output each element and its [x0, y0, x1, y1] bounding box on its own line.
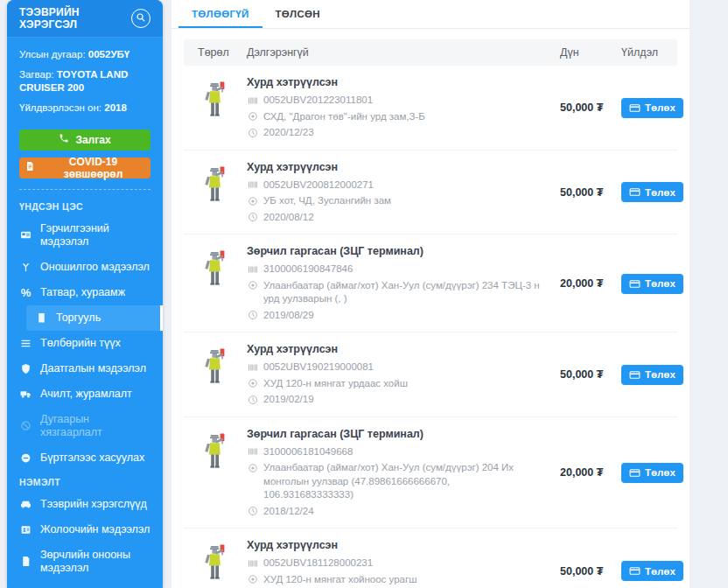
fine-location: Улаанбаатар (аймаг/хот) Хан-Уул (сум/дүү… [263, 279, 542, 306]
col-type: Төрөл [184, 46, 247, 59]
fine-details: Хурд хэтрүүлсэн 0052UBV201223011801 СХД,… [247, 74, 551, 143]
fine-amount: 50,000 ₮ [551, 74, 609, 143]
fine-title: Хурд хэтрүүлсэн [247, 76, 551, 88]
fine-code-line: 0052UBV181128000231 [247, 556, 551, 570]
fine-type-cell [184, 340, 247, 410]
fine-location: ХУД 120-н мянгат хойноос урагш [263, 573, 416, 587]
fine-amount: 50,000 ₮ [551, 158, 609, 228]
fine-date-line: 2019/08/29 [247, 309, 551, 323]
credit-card-icon [629, 369, 640, 381]
sidebar-item-diagnostic-info[interactable]: Оношилгоо мэдээлэл [7, 255, 163, 280]
fine-row: Зөрчил гаргасан (ЗЦГ терминал) 310000619… [184, 234, 677, 332]
car-icon [19, 498, 32, 511]
sidebar-item-number-restriction[interactable]: Дугаарын хязгаарлалт [7, 407, 163, 445]
pay-button[interactable]: Төлөх [621, 463, 683, 483]
credit-card-icon [629, 186, 640, 198]
sidebar-item-tax-fees[interactable]: %Татвар, хураамж [7, 280, 163, 305]
sidebar-item-vehicles[interactable]: Тээврийн хэрэгслүүд [7, 492, 163, 517]
sidebar-section-header: НЭМЭЛТ [7, 471, 163, 492]
pay-button-label: Төлөх [645, 369, 676, 380]
id-card-icon [19, 228, 32, 242]
fine-date-line: 2020/08/12 [247, 211, 551, 225]
fine-code: 0052UBV200812000271 [263, 178, 374, 192]
shield-icon [19, 362, 32, 375]
sidebar-item-label: Дугаарын хязгаарлалт [40, 413, 150, 439]
truck-icon [19, 388, 32, 401]
document-icon [24, 161, 35, 174]
clock-icon [247, 310, 258, 321]
credit-card-icon [629, 467, 640, 479]
fine-action-cell: Төлөх [609, 158, 677, 228]
sidebar-item-label: Татвар, хураамж [40, 286, 125, 299]
tab-unpaid[interactable]: ТӨЛӨӨГҮЙ [178, 0, 262, 28]
stethoscope-icon [19, 261, 32, 274]
sidebar-title: ТЭЭВРИЙН ХЭРЭГСЭЛ [19, 6, 131, 31]
fine-row: Хурд хэтрүүлсэн 0052UBV181128000231 ХУД … [184, 528, 677, 588]
sidebar-item-penalty-points-info[interactable]: Зөрчлийн онооны мэдээлэл [7, 542, 163, 581]
phone-icon [59, 133, 69, 146]
receipt-icon [35, 312, 48, 325]
percent-icon: % [19, 286, 32, 299]
vehicle-info: Улсын дугаар: 0052УБҮ Загвар: TOYOTA LAN… [7, 38, 163, 124]
fine-type-cell [184, 74, 247, 143]
sidebar-item-label: Гэрчилгээний мэдээлэл [40, 222, 150, 248]
sidebar-item-insurance-info[interactable]: Даатгалын мэдээлэл [7, 356, 163, 382]
fine-details: Зөрчил гаргасан (ЗЦГ терминал) 310000619… [247, 242, 551, 325]
plate-line: Улсын дугаар: 0052УБҮ [19, 48, 150, 60]
fine-code: 0052UBV201223011801 [263, 94, 373, 108]
fine-amount: 20,000 ₮ [551, 242, 609, 325]
year-value: 2018 [104, 102, 127, 113]
fine-location-line: ХУД 120-н мянгат хойноос урагш [247, 573, 551, 587]
sidebar-divider [19, 189, 150, 190]
pay-button[interactable]: Төлөх [621, 182, 683, 202]
pay-button[interactable]: Төлөх [621, 274, 683, 294]
fine-action-cell: Төлөх [609, 340, 677, 410]
sidebar-item-certificate-info[interactable]: Гэрчилгээний мэдээлэл [7, 216, 163, 255]
fine-date-line: 2019/02/19 [247, 393, 551, 407]
location-pin-icon [247, 195, 258, 206]
pay-button[interactable]: Төлөх [621, 561, 683, 581]
sidebar-item-label: Ачилт, журамлалт [40, 388, 132, 401]
pay-button[interactable]: Төлөх [621, 365, 683, 385]
fine-action-cell: Төлөх [609, 242, 677, 325]
sidebar-item-label: Жолоочийн мэдээлэл [40, 523, 150, 536]
fine-date: 2019/02/19 [263, 393, 314, 407]
fine-location-line: УБ хот, ЧД, Зуслангийн зам [247, 194, 551, 208]
location-pin-icon [247, 462, 258, 473]
fine-date: 2018/12/24 [263, 505, 314, 519]
sidebar-menu: ҮНДСЭН ЦЭСГэрчилгээний мэдээлэлОношилгоо… [7, 195, 163, 581]
sidebar-item-loading-rules[interactable]: Ачилт, журамлалт [7, 382, 163, 407]
covid-permission-button[interactable]: COVID-19 зөвшөөрөл [19, 158, 150, 178]
sidebar-item-driver-info[interactable]: Жолоочийн мэдээлэл [7, 517, 163, 542]
fine-code: 3100006190847846 [263, 262, 353, 276]
tab-paid[interactable]: ТӨЛСӨН [262, 0, 333, 28]
ban-icon [19, 419, 32, 432]
traffic-officer-icon [201, 80, 229, 143]
fine-location: ХУД 120-н мянгат урдаас хойш [263, 377, 408, 391]
fine-type-cell [184, 242, 247, 325]
sidebar-item-label: Торгууль [56, 312, 101, 325]
sidebar-item-payment-history[interactable]: Төлбөрийн түүх [7, 331, 163, 356]
traffic-officer-icon [201, 165, 229, 228]
traffic-officer-icon [201, 249, 229, 325]
barcode-icon [247, 557, 258, 569]
barcode-icon [247, 361, 258, 373]
location-pin-icon [247, 280, 258, 291]
fine-details: Хурд хэтрүүлсэн 0052UBV181128000231 ХУД … [247, 536, 551, 588]
table-header: Төрөл Дэлгэрэнгүй Дүн Үйлдэл [184, 39, 677, 66]
pay-button-label: Төлөх [645, 102, 676, 113]
fine-code: 0052UBV181128000231 [263, 556, 373, 570]
col-details: Дэлгэрэнгүй [247, 46, 551, 59]
traffic-officer-icon [201, 347, 229, 410]
sidebar-item-fines[interactable]: Торгууль [26, 305, 163, 331]
search-button[interactable] [131, 9, 150, 28]
fine-location-line: Улаанбаатар (аймаг/хот) Хан-Уул (сум/дүү… [247, 461, 551, 502]
fine-location-line: СХД, "Драгон төв"-ийн урд зам,З-Б [247, 110, 551, 124]
credit-card-icon [629, 278, 640, 290]
fine-row: Хурд хэтрүүлсэн 0052UBV190219000081 ХУД … [184, 332, 677, 417]
sidebar-item-deregistration[interactable]: Бүртгэлээс хасуулах [7, 445, 163, 471]
file-icon [19, 555, 32, 568]
call-button[interactable]: Залгах [19, 130, 150, 150]
sidebar-item-label: Даатгалын мэдээлэл [40, 362, 146, 375]
pay-button[interactable]: Төлөх [621, 98, 683, 118]
